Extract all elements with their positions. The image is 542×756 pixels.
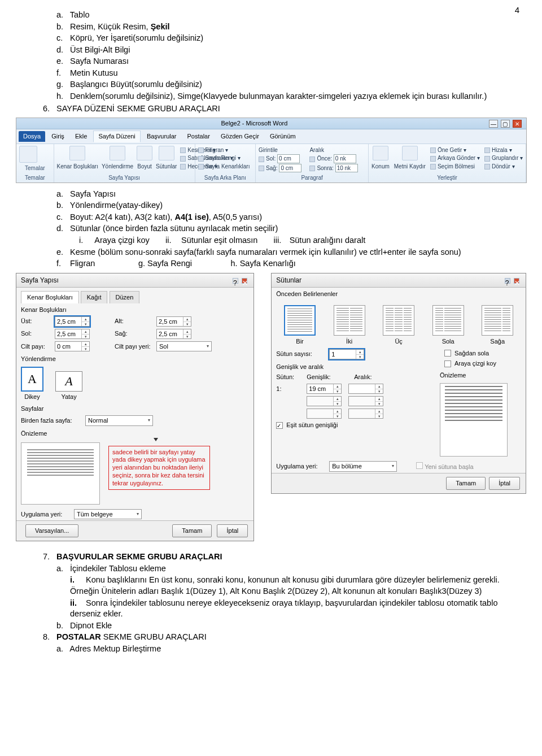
item-e: Sayfa Numarası [70,57,129,66]
item-b-bold: Şekil [151,22,170,31]
tab-file[interactable]: Dosya [19,131,45,142]
dlg2-help-icon[interactable]: ? [505,278,510,284]
tab-insert[interactable]: Ekle [71,131,91,142]
page-borders-icon[interactable] [198,164,204,170]
spin-down-icon[interactable]: ▾ [82,322,89,327]
dlg1-close-icon[interactable]: ✕ [242,278,247,284]
line-numbers-icon[interactable] [180,156,186,162]
preset-right[interactable]: Sağa [482,305,513,346]
item-b-pre: Resim, Küçük Resim, [70,22,151,31]
tab-layout[interactable]: Sayfa Düzeni [93,131,140,142]
multi-page-select[interactable]: Normal▾ [85,415,153,426]
preset-three[interactable]: Üç [383,305,414,346]
align-icon[interactable] [484,147,490,153]
tab-refs[interactable]: Başvurular [142,131,181,142]
preset-two[interactable]: İki [334,305,365,346]
item-f: Metin Kutusu [70,68,118,77]
col-count-input[interactable] [330,350,356,359]
send-backward-icon[interactable] [430,156,436,162]
col-ok-button[interactable]: Tamam [446,477,486,490]
top-margin-input[interactable] [55,317,81,326]
themes-icon[interactable] [19,146,37,163]
spacing-before-spinner[interactable]: 0 nk [334,154,356,163]
word-ribbon: — ▢ ✕ Belge2 - Microsoft Word Dosya Giri… [16,118,527,183]
position-icon[interactable] [373,146,388,160]
caret-icon [154,438,158,441]
top-list: a. Tablo b. Resim, Küçük Resim, Şekil c.… [16,10,526,102]
left-margin-input[interactable] [55,329,81,338]
minimize-button[interactable]: — [489,120,498,128]
indent-left-spinner[interactable]: 0 cm [277,154,300,163]
spin-up-icon[interactable]: ▴ [82,317,89,322]
new-column-checkbox [416,462,423,469]
portrait-button[interactable]: A [21,367,43,392]
group-icon[interactable] [484,156,490,162]
indent-right-spinner[interactable]: 0 cm [279,164,301,173]
tab-margins[interactable]: Kenar Boşlukları [21,291,79,303]
col-apply-to-select[interactable]: Bu bölüme▾ [329,461,397,472]
group-page-setup: Kenar Boşlukları Yönlendirme Boyut Sütun… [54,144,195,183]
dlg1-title: Sayfa Yapısı [21,276,59,284]
right-margin-input[interactable] [157,329,183,338]
s6diii: Sütun aralığını daralt [290,236,366,245]
maximize-button[interactable]: ▢ [501,120,510,128]
dlg1-help-icon[interactable]: ? [233,278,238,284]
tab-view[interactable]: Görünüm [265,131,300,142]
columns-icon[interactable] [159,146,174,160]
default-button[interactable]: Varsayılan... [25,524,78,537]
gutter-pos-select[interactable]: Sol▾ [156,341,212,352]
sec8-title-rest: SEKME GRUBU ARAÇLARI [101,632,207,641]
spacing-after-icon [309,166,315,171]
s7b: Dipnot Ekle [70,621,112,630]
watermark-icon[interactable] [198,147,204,153]
spacing-after-spinner[interactable]: 10 nk [335,164,358,173]
preview-pane [21,442,100,505]
page-color-icon[interactable] [198,156,204,162]
divider-checkbox[interactable] [444,360,451,367]
cancel-button[interactable]: İptal [217,524,248,537]
ribbon-tabs: Dosya Giriş Ekle Sayfa Düzeni Başvurular… [16,129,526,144]
hyphenation-icon[interactable] [180,164,186,170]
preset-one[interactable]: Bir [284,305,316,346]
size-icon[interactable] [137,146,152,160]
apply-to-select[interactable]: Tüm belgeye▾ [74,509,142,520]
landscape-button[interactable]: A [55,371,82,392]
col-spacing-input[interactable] [349,384,375,393]
tab-home[interactable]: Giriş [47,131,69,142]
window-controls: — ▢ ✕ [488,119,522,128]
col-width-input[interactable] [307,384,333,393]
tab-mail[interactable]: Postalar [183,131,215,142]
breaks-icon[interactable] [180,147,186,153]
s6h: h. Sayfa Kenarlığı [231,259,296,268]
gutter-input[interactable] [55,342,81,351]
group-paragraph: Girintile Sol: 0 cm Sağ: 0 cm Aralık Önc… [256,144,369,183]
equal-width-checkbox[interactable] [276,422,283,429]
ok-button[interactable]: Tamam [172,524,212,537]
close-button[interactable]: ✕ [513,120,522,128]
rtl-checkbox[interactable] [444,350,451,357]
group-arrange: Konum Metni Kaydır Öne Getir ▾ Arkaya Gö… [369,144,526,183]
bring-forward-icon[interactable] [430,147,436,153]
item-g: Başlangıcı Büyüt(sorumlu değilsiniz) [70,80,202,89]
sec6-title: SAYFA DÜZENİ SEKME GRUBU ARAÇLARI [56,104,220,113]
s7ii: Sonra İçindekiler tablosunu nereye ekley… [70,598,497,619]
col-cancel-button[interactable]: İptal [489,477,520,490]
sec6-num: 6. [43,103,54,115]
preset-left[interactable]: Sola [432,305,464,346]
section-7: 7. BAŞVURULAR SEKME GRUBU ARAÇLARI a. İç… [16,551,526,654]
s7i: Konu başlıklarını En üst konu, sonraki k… [70,575,500,596]
bottom-margin-input[interactable] [157,317,183,326]
page-setup-dialog: Sayfa Yapısı ? ✕ Kenar Boşlukları Kağıt … [16,273,254,542]
selection-pane-icon[interactable] [430,164,436,170]
wrap-text-icon[interactable] [402,146,418,160]
margins-icon[interactable] [69,146,85,160]
item-h: Denklem(sorumlu değilsiniz), Simge(Klavy… [70,92,487,101]
tab-paper[interactable]: Kağıt [81,291,108,303]
s6di: Araya çizgi koy [94,236,150,245]
rotate-icon[interactable] [484,164,490,170]
tab-review[interactable]: Gözden Geçir [216,131,264,142]
tab-layout[interactable]: Düzen [110,291,140,303]
dlg2-close-icon[interactable]: ✕ [514,278,519,284]
orientation-icon[interactable] [110,146,125,160]
window-title-bar: — ▢ ✕ Belge2 - Microsoft Word [16,118,526,129]
